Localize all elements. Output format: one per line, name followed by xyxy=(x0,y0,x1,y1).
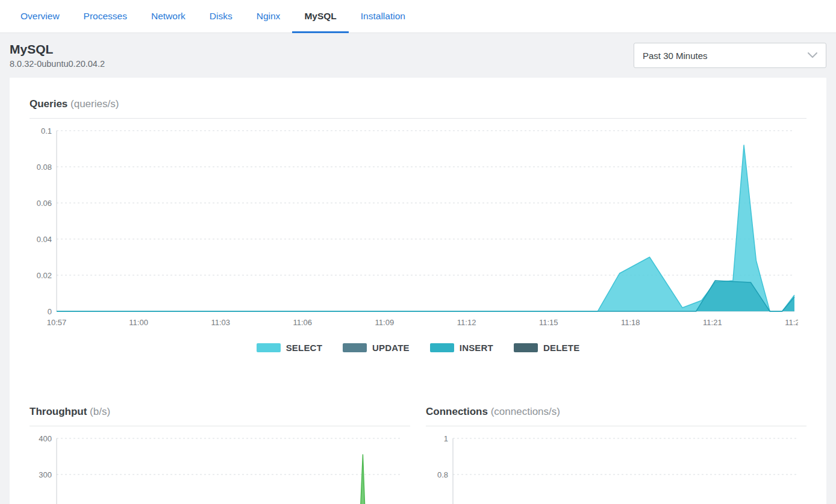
tab-bar: Overview Processes Network Disks Nginx M… xyxy=(0,0,836,33)
chevron-down-icon xyxy=(808,52,817,58)
tab-overview[interactable]: Overview xyxy=(8,0,72,33)
legend-item-insert: INSERT xyxy=(430,343,493,353)
chart-title-unit: (b/s) xyxy=(90,406,110,417)
queries-chart-section: Queries (queries/s) 00.020.040.060.080.1… xyxy=(30,98,806,353)
chart-title-text: Throughput xyxy=(30,406,87,417)
svg-text:300: 300 xyxy=(39,470,52,479)
chart-title-unit: (queries/s) xyxy=(70,98,119,110)
tab-disks[interactable]: Disks xyxy=(198,0,245,33)
svg-text:11:18: 11:18 xyxy=(621,318,640,327)
queries-chart-legend: SELECTUPDATEINSERTDELETE xyxy=(30,343,806,353)
svg-text:11:12: 11:12 xyxy=(457,318,476,327)
chart-title-text: Queries xyxy=(30,98,67,110)
legend-label: UPDATE xyxy=(372,343,410,353)
secondary-charts-row: Throughput (b/s) 0100200300400 Connectio… xyxy=(30,406,806,504)
svg-text:11:24: 11:24 xyxy=(785,318,798,327)
time-range-select[interactable]: Past 30 Minutes xyxy=(634,43,826,68)
legend-swatch xyxy=(343,343,367,352)
throughput-chart-title: Throughput (b/s) xyxy=(30,406,410,418)
legend-label: SELECT xyxy=(286,343,322,353)
svg-text:0.04: 0.04 xyxy=(37,235,52,244)
tab-processes[interactable]: Processes xyxy=(72,0,139,33)
tab-network[interactable]: Network xyxy=(139,0,198,33)
queries-chart-title: Queries (queries/s) xyxy=(30,98,806,110)
tab-nginx[interactable]: Nginx xyxy=(245,0,293,33)
connections-chart-section: Connections (connections/s) 00.20.40.60.… xyxy=(426,406,806,504)
svg-text:11:00: 11:00 xyxy=(129,318,148,327)
svg-text:11:06: 11:06 xyxy=(293,318,313,327)
svg-text:0: 0 xyxy=(48,307,52,316)
tab-installation[interactable]: Installation xyxy=(349,0,417,33)
throughput-chart-section: Throughput (b/s) 0100200300400 xyxy=(30,406,410,504)
time-range-value: Past 30 Minutes xyxy=(643,51,708,61)
legend-label: INSERT xyxy=(460,343,493,353)
svg-text:0.1: 0.1 xyxy=(41,126,52,135)
connections-chart-title: Connections (connections/s) xyxy=(426,406,806,418)
legend-swatch xyxy=(514,343,538,352)
page-title: MySQL xyxy=(10,42,105,57)
legend-swatch xyxy=(257,343,281,352)
connections-chart: 00.20.40.60.81 xyxy=(426,429,801,504)
svg-text:10:57: 10:57 xyxy=(47,318,67,327)
svg-text:11:15: 11:15 xyxy=(539,318,558,327)
svg-text:11:21: 11:21 xyxy=(703,318,722,327)
svg-text:1: 1 xyxy=(444,434,448,443)
svg-text:0.06: 0.06 xyxy=(37,199,52,208)
legend-swatch xyxy=(430,343,454,352)
queries-chart: 00.020.040.060.080.110:5711:0011:0311:06… xyxy=(30,121,798,331)
legend-item-delete: DELETE xyxy=(514,343,579,353)
svg-text:11:09: 11:09 xyxy=(375,318,395,327)
chart-title-unit: (connections/s) xyxy=(491,406,560,417)
divider xyxy=(426,426,806,426)
tab-mysql[interactable]: MySQL xyxy=(292,0,348,33)
charts-card: Queries (queries/s) 00.020.040.060.080.1… xyxy=(10,78,826,504)
legend-item-select: SELECT xyxy=(257,343,322,353)
chart-title-text: Connections xyxy=(426,406,488,417)
legend-item-update: UPDATE xyxy=(343,343,410,353)
legend-label: DELETE xyxy=(543,343,579,353)
divider xyxy=(30,426,410,426)
divider xyxy=(30,118,806,119)
svg-text:0.02: 0.02 xyxy=(37,271,52,280)
page-header: MySQL 8.0.32-0ubuntu0.20.04.2 Past 30 Mi… xyxy=(0,33,836,78)
throughput-chart: 0100200300400 xyxy=(30,429,405,504)
svg-text:400: 400 xyxy=(39,434,52,443)
svg-text:11:03: 11:03 xyxy=(211,318,230,327)
svg-text:0.08: 0.08 xyxy=(37,163,52,172)
svg-text:0.8: 0.8 xyxy=(437,470,448,479)
version-subtitle: 8.0.32-0ubuntu0.20.04.2 xyxy=(10,59,105,69)
title-block: MySQL 8.0.32-0ubuntu0.20.04.2 xyxy=(10,42,105,69)
